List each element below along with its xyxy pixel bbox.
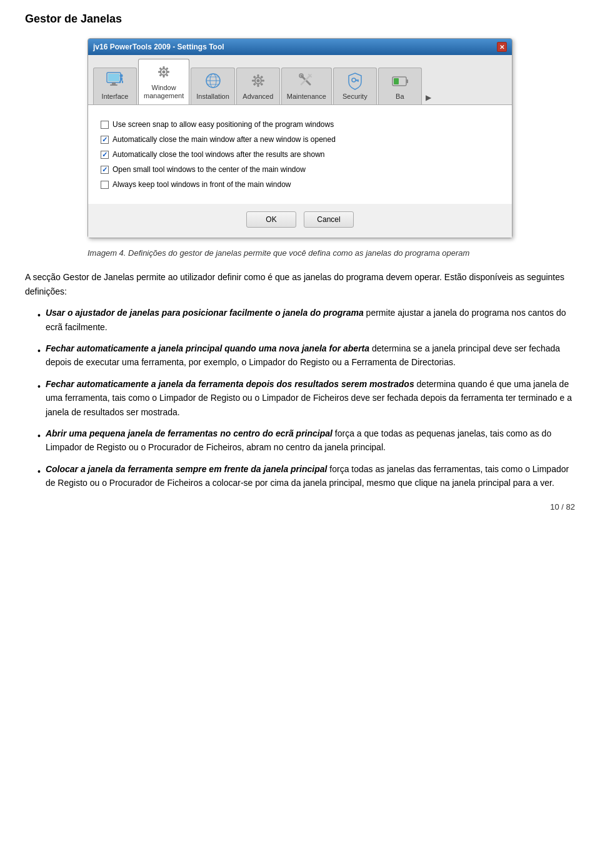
bullet-dot-2: • — [38, 344, 41, 358]
bullet-item-5: • Colocar a janela da ferramenta sempre … — [38, 462, 575, 490]
tab-window-mgmt-label: Windowmanagement — [144, 84, 184, 100]
svg-rect-27 — [252, 80, 254, 82]
tab-interface[interactable]: Interface — [93, 68, 137, 104]
page-total: 82 — [566, 502, 575, 512]
checkbox-group: Use screen snap to allow easy positionin… — [98, 115, 502, 194]
tab-advanced-label: Advanced — [242, 93, 273, 101]
svg-rect-7 — [122, 81, 123, 83]
checkbox-open-small-center-label: Open small tool windows to the center of… — [112, 165, 306, 174]
cancel-button[interactable]: Cancel — [304, 211, 354, 228]
tab-interface-label: Interface — [102, 93, 129, 101]
window-close-button[interactable]: ✕ — [497, 42, 507, 52]
settings-window: jv16 PowerTools 2009 - Settings Tool ✕ — [88, 38, 512, 238]
checkmark: ✓ — [102, 151, 108, 159]
tab-ba[interactable]: Ba — [378, 68, 422, 104]
bullet-item-3: • Fechar automaticamente a janela da fer… — [38, 377, 575, 419]
page-title: Gestor de Janelas — [25, 13, 575, 26]
svg-rect-12 — [158, 71, 161, 73]
installation-icon — [203, 71, 223, 91]
tab-more-arrow[interactable]: ▶ — [423, 91, 434, 104]
bullet-dot-4: • — [38, 429, 41, 443]
checkmark: ✓ — [102, 166, 108, 174]
checkbox-open-small-center-box[interactable]: ✓ — [101, 166, 109, 174]
checkbox-always-front-label: Always keep tool windows in front of the… — [112, 180, 291, 189]
bullet-text-5: Colocar a janela da ferramenta sempre em… — [46, 462, 575, 490]
window-buttons-area: OK Cancel — [88, 204, 512, 238]
tab-window-management[interactable]: Windowmanagement — [138, 59, 189, 104]
svg-rect-1 — [108, 74, 119, 81]
bullet-dot-5: • — [38, 465, 41, 478]
svg-rect-11 — [163, 75, 165, 78]
checkbox-auto-close-tool[interactable]: ✓ Automatically close the tool windows a… — [101, 150, 499, 159]
svg-rect-25 — [257, 74, 259, 77]
advanced-icon — [248, 71, 268, 91]
checkbox-auto-close-main-box[interactable]: ✓ — [101, 136, 109, 144]
page-current: 10 — [550, 502, 559, 512]
tab-security-label: Security — [342, 93, 368, 101]
page-number: 10 / 82 — [25, 502, 575, 512]
svg-rect-13 — [167, 71, 169, 73]
window-mgmt-icon — [154, 62, 174, 82]
window-title: jv16 PowerTools 2009 - Settings Tool — [93, 43, 224, 51]
svg-rect-5 — [120, 78, 122, 81]
checkbox-auto-close-main[interactable]: ✓ Automatically close the main window af… — [101, 135, 499, 144]
tab-installation[interactable]: Installation — [191, 68, 235, 104]
svg-point-24 — [256, 79, 259, 83]
checkbox-auto-close-main-label: Automatically close the main window afte… — [112, 135, 336, 144]
bullet-text-3: Fechar automaticamente a janela da ferra… — [46, 377, 575, 419]
maintenance-icon — [296, 71, 316, 91]
svg-rect-10 — [163, 66, 165, 69]
tab-ba-label: Ba — [396, 93, 404, 101]
ok-button[interactable]: OK — [246, 211, 296, 228]
bullet-text-1: Usar o ajustador de janelas para posicio… — [46, 306, 575, 334]
interface-icon — [105, 71, 125, 91]
checkbox-screen-snap-box[interactable] — [101, 121, 109, 129]
bullet-item-4: • Abrir uma pequena janela de ferramenta… — [38, 426, 575, 455]
checkbox-screen-snap-label: Use screen snap to allow easy positionin… — [112, 120, 334, 129]
svg-rect-26 — [257, 84, 259, 87]
bullet-item-2: • Fechar automaticamente a janela princi… — [38, 341, 575, 370]
checkbox-auto-close-tool-label: Automatically close the tool windows aft… — [112, 150, 325, 159]
tab-advanced[interactable]: Advanced — [236, 68, 280, 104]
page-separator: / — [561, 502, 566, 512]
bullet-text-4: Abrir uma pequena janela de ferramentas … — [46, 426, 575, 455]
tab-installation-label: Installation — [196, 93, 229, 101]
svg-rect-44 — [394, 78, 399, 84]
body-intro: A secção Gestor de Janelas permite ao ut… — [25, 270, 575, 298]
checkbox-always-front[interactable]: Always keep tool windows in front of the… — [101, 180, 499, 189]
bullet-dot-1: • — [38, 308, 41, 322]
security-icon — [345, 71, 365, 91]
tab-maintenance-label: Maintenance — [287, 93, 326, 101]
checkbox-screen-snap[interactable]: Use screen snap to allow easy positionin… — [101, 120, 499, 129]
image-caption: Imagem 4. Definições do gestor de janela… — [88, 248, 512, 258]
tabs-container: Interface Wind — [88, 55, 512, 105]
ba-icon — [390, 71, 410, 91]
checkbox-open-small-center[interactable]: ✓ Open small tool windows to the center … — [101, 165, 499, 174]
svg-point-4 — [120, 74, 123, 78]
svg-rect-43 — [406, 79, 408, 83]
tab-security[interactable]: Security — [333, 68, 377, 104]
bullet-item-1: • Usar o ajustador de janelas para posic… — [38, 306, 575, 334]
svg-rect-2 — [112, 83, 116, 84]
bullet-dot-3: • — [38, 380, 41, 393]
bullet-list: • Usar o ajustador de janelas para posic… — [38, 306, 575, 490]
window-content: Use screen snap to allow easy positionin… — [88, 105, 512, 204]
svg-point-38 — [352, 78, 356, 82]
svg-rect-6 — [119, 81, 121, 83]
window-titlebar: jv16 PowerTools 2009 - Settings Tool ✕ — [88, 39, 512, 55]
checkbox-auto-close-tool-box[interactable]: ✓ — [101, 151, 109, 159]
svg-rect-3 — [110, 84, 118, 86]
tab-maintenance[interactable]: Maintenance — [281, 68, 332, 104]
svg-point-9 — [162, 71, 166, 74]
checkmark: ✓ — [102, 136, 108, 144]
bullet-text-2: Fechar automaticamente a janela principa… — [46, 341, 575, 370]
svg-rect-28 — [262, 80, 264, 82]
checkbox-always-front-box[interactable] — [101, 181, 109, 189]
